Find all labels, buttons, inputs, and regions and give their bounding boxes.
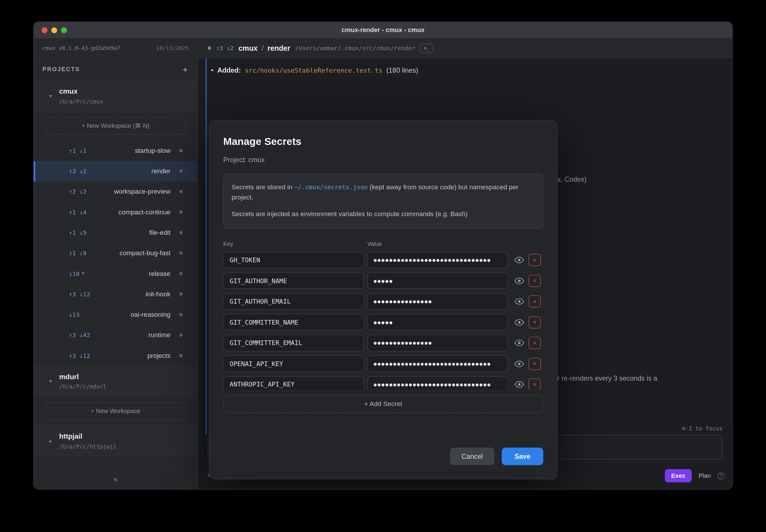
sidebar-item-workspace[interactable]: ↑3 ↓12 projects (34, 345, 198, 366)
delete-secret-button[interactable]: × (529, 295, 541, 308)
sidebar-item-workspace[interactable]: ↑1 ↓4 compact-continue (34, 202, 198, 222)
workspace-breadcrumb: cmux / render (239, 44, 290, 52)
workspace-git-counts: ↑2 ↓2 (69, 188, 86, 195)
added-label: Added: (218, 67, 241, 74)
delete-secret-button[interactable]: × (529, 358, 541, 370)
git-ahead-behind: ↑3 ↓2 (216, 45, 234, 51)
workspace-status-dot (179, 272, 183, 275)
eye-icon (514, 381, 524, 388)
workspace-name: init-hook (92, 291, 170, 298)
secrets-list: GH_TOKEN ●●●●●●●●●●●●●●●●●●●●●●●●●●●●●● … (223, 252, 543, 390)
delete-secret-button[interactable]: × (529, 254, 541, 266)
reveal-secret-button[interactable] (514, 255, 524, 265)
secret-value-field[interactable]: ●●●●●●●●●●●●●●●●●●●●●●●●●●●●●● (367, 376, 507, 390)
collapse-sidebar-button[interactable]: « (110, 474, 120, 484)
breadcrumb-project[interactable]: cmux (239, 44, 258, 52)
project-path: /U/a/P/c/httpjail (59, 443, 116, 450)
sidebar-project-mdurl[interactable]: ▾ mdurl /U/a/P/c/mdurl (34, 366, 198, 396)
sidebar-item-workspace[interactable]: ↑3 ↓12 init-hook (34, 284, 198, 304)
add-secret-button[interactable]: + Add Secret (223, 395, 543, 413)
new-workspace-button[interactable]: + New Workspace (45, 402, 185, 420)
secret-key-field[interactable]: GH_TOKEN (223, 252, 364, 268)
modal-title: Manage Secrets (223, 136, 543, 147)
chat-added-file-line: • Added: src/hooks/useStableReference.te… (211, 67, 418, 74)
secret-value-field[interactable]: ●●●●● (367, 272, 507, 289)
reveal-secret-button[interactable] (514, 296, 524, 307)
modal-project-label: Project: cmux (223, 156, 543, 164)
chat-text-fragment: ux, Codex) (553, 175, 587, 183)
delete-secret-button[interactable]: × (529, 337, 541, 349)
secret-key-field[interactable]: GIT_COMMITTER_EMAIL (223, 335, 364, 351)
breadcrumb-workspace[interactable]: render (268, 44, 290, 52)
sidebar-item-workspace[interactable]: ↓10* release (34, 263, 198, 284)
close-window-button[interactable] (41, 27, 47, 33)
sidebar-item-workspace[interactable]: ↑3 ↓42 runtime (34, 325, 198, 345)
add-project-button[interactable]: + (182, 65, 188, 73)
reveal-secret-button[interactable] (514, 379, 524, 390)
eye-icon (514, 340, 524, 346)
secret-value-field[interactable]: ●●●●●●●●●●●●●●●●●●●●●●●●●●●●●● (367, 356, 507, 372)
exec-mode-button[interactable]: Exec (665, 469, 692, 482)
secret-value-field[interactable]: ●●●●● (367, 314, 507, 330)
help-icon[interactable]: ? (718, 472, 724, 479)
reveal-secret-button[interactable] (514, 275, 524, 286)
secrets-info-box: Secrets are stored in ~/.cmux/secrets.js… (223, 174, 543, 228)
manage-secrets-modal: Manage Secrets Project: cmux Secrets are… (209, 120, 557, 479)
secret-key-field[interactable]: GIT_AUTHOR_EMAIL (223, 293, 364, 310)
title-bar: cmux-render - cmux - cmux (34, 22, 732, 39)
workspace-git-counts: ↑3 ↓42 (69, 332, 90, 338)
reveal-secret-button[interactable] (514, 338, 524, 349)
zoom-window-button[interactable] (61, 27, 67, 33)
sidebar-item-workspace[interactable]: ↑1 ↓1 startup-slow (34, 140, 198, 161)
secrets-info-line-1: Secrets are stored in ~/.cmux/secrets.js… (232, 183, 535, 203)
sidebar-item-workspace[interactable]: ↑1 ↓5 file-edit (34, 222, 198, 243)
workspace-status-dot (179, 251, 183, 255)
delete-secret-button[interactable]: × (529, 316, 541, 328)
secret-value-field[interactable]: ●●●●●●●●●●●●●●●●●●●●●●●●●●●●●● (367, 252, 507, 268)
active-pane-accent (206, 58, 207, 435)
workspace-name: render (88, 167, 170, 175)
secret-key-field[interactable]: ANTHROPIC_API_KEY (223, 376, 364, 390)
sidebar-project-cmux[interactable]: ▾ cmux /U/a/P/c/cmux (34, 81, 198, 111)
breadcrumb-separator: / (262, 44, 264, 52)
window-body: PROJECTS + ▾ cmux /U/a/P/c/cmux + New Wo… (34, 58, 732, 489)
workspace-name: oai-reasoning (81, 311, 170, 318)
secret-value-field[interactable]: ●●●●●●●●●●●●●●● (367, 335, 507, 351)
delete-secret-button[interactable]: × (529, 275, 541, 287)
secret-key-field[interactable]: GIT_COMMITTER_NAME (223, 314, 364, 330)
workspace-name: startup-slow (88, 147, 170, 154)
sidebar-project-httpjail[interactable]: ▸ httpjail /U/a/P/c/httpjail (34, 426, 198, 456)
reveal-secret-button[interactable] (514, 358, 524, 369)
info-text: Secrets are stored in (232, 183, 294, 191)
delete-secret-button[interactable]: × (529, 378, 541, 390)
workspace-git-counts: ↑3 ↓2 (69, 168, 86, 174)
header-strip: cmux v0.1.0-43-gd2a5e9a7 10/13/2025 ↑3 ↓… (34, 39, 732, 58)
new-workspace-button[interactable]: + New Workspace (⌘·N) (45, 117, 185, 134)
added-file-path[interactable]: src/hooks/useStableReference.test.ts (245, 67, 383, 74)
workspace-git-counts: ↑3 ↓12 (69, 291, 90, 297)
sidebar-item-workspace-selected[interactable]: ↑3 ↓2 render (34, 161, 198, 181)
plan-mode-button[interactable]: Plan (699, 472, 711, 479)
build-date: 10/13/2025 (156, 45, 188, 51)
save-button[interactable]: Save (502, 448, 543, 465)
workspace-git-counts: ↑1 ↓4 (69, 209, 86, 216)
chevron-down-icon[interactable]: ▾ (49, 379, 54, 384)
traffic-lights (41, 22, 67, 38)
chat-text-fragment: ar re-renders every 3 seconds is a (553, 375, 657, 382)
sidebar-item-workspace[interactable]: ↑1 ↓9 compact-bug-fast (34, 243, 198, 263)
sidebar: PROJECTS + ▾ cmux /U/a/P/c/cmux + New Wo… (34, 58, 198, 489)
minimize-window-button[interactable] (51, 27, 57, 33)
sidebar-item-workspace[interactable]: ↓13 oai-reasoning (34, 305, 198, 325)
secret-key-field[interactable]: GIT_AUTHOR_NAME (223, 272, 364, 289)
workspace-name: file-edit (88, 229, 170, 236)
secret-value-field[interactable]: ●●●●●●●●●●●●●●● (367, 293, 507, 310)
open-terminal-button[interactable]: >_ (420, 43, 433, 53)
chevron-down-icon[interactable]: ▾ (49, 93, 54, 98)
workspace-status-dot (179, 149, 183, 153)
reveal-secret-button[interactable] (514, 317, 524, 328)
secret-key-field[interactable]: OPENAI_API_KEY (223, 356, 364, 372)
sidebar-item-workspace[interactable]: ↑2 ↓2 workspace-preview (34, 181, 198, 202)
chevron-right-icon[interactable]: ▸ (49, 438, 54, 444)
cancel-button[interactable]: Cancel (450, 448, 494, 465)
project-name: cmux (59, 87, 103, 97)
